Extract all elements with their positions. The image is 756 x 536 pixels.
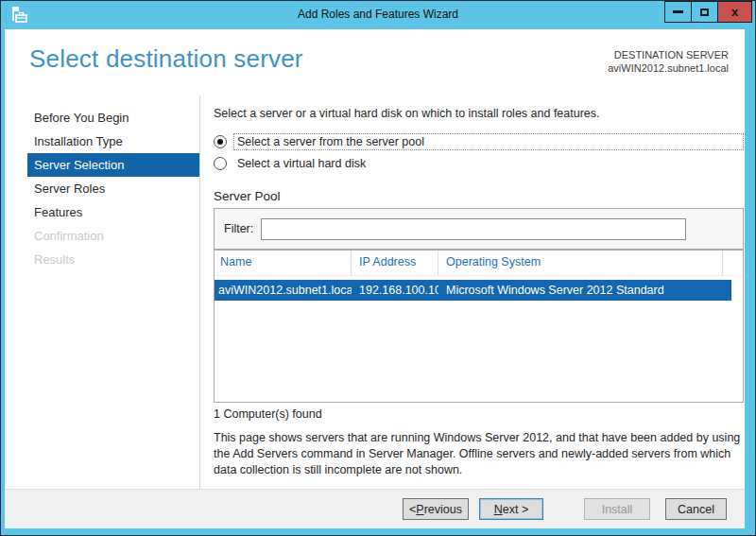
minimize-icon xyxy=(673,10,683,13)
destination-server-name: aviWIN2012.subnet1.local xyxy=(608,61,729,75)
column-header-operating-system[interactable]: Operating System xyxy=(438,251,723,275)
filter-input[interactable] xyxy=(261,218,686,240)
previous-button-accesskey: P xyxy=(416,503,423,516)
sidebar-item-server-roles[interactable]: Server Roles xyxy=(5,177,199,200)
titlebar: Add Roles and Features Wizard x xyxy=(1,1,755,29)
radio-label-server-pool[interactable]: Select a server from the server pool xyxy=(233,133,744,150)
sidebar-item-before-you-begin[interactable]: Before You Begin xyxy=(5,106,199,130)
radio-row-server-pool: Select a server from the server pool xyxy=(214,132,744,151)
sidebar-item-server-selection[interactable]: Server Selection xyxy=(27,153,199,177)
install-button-label: Install xyxy=(602,503,633,516)
close-icon: x xyxy=(731,6,738,18)
next-button-accesskey: N xyxy=(494,503,503,516)
server-name-cell: aviWIN2012.subnet1.local xyxy=(215,284,352,297)
intro-text: Select a server or a virtual hard disk o… xyxy=(214,107,744,120)
sidebar-divider xyxy=(199,95,200,489)
wizard-window: Add Roles and Features Wizard x Select d… xyxy=(0,0,756,536)
sidebar-item-confirmation: Confirmation xyxy=(5,224,199,248)
window-title: Add Roles and Features Wizard xyxy=(1,1,755,28)
filter-label: Filter: xyxy=(224,222,253,235)
main-content: Select a server or a virtual hard disk o… xyxy=(214,95,744,489)
minimize-button[interactable] xyxy=(664,1,692,23)
previous-button-pre: < xyxy=(409,503,416,516)
cancel-button-label: Cancel xyxy=(678,503,714,516)
column-header-spacer xyxy=(723,251,743,275)
cancel-button[interactable]: Cancel xyxy=(665,498,727,520)
computers-found-text: 1 Computer(s) found xyxy=(214,407,744,421)
window-controls: x xyxy=(665,1,752,23)
radio-select-virtual-hard-disk[interactable] xyxy=(214,157,227,170)
page-description: This page shows servers that are running… xyxy=(214,430,742,478)
server-os-cell: Microsoft Windows Server 2012 Standard xyxy=(438,284,731,297)
maximize-button[interactable] xyxy=(691,1,718,23)
server-pool-table: Name IP Address Operating System aviWIN2… xyxy=(214,250,744,403)
destination-server-block: DESTINATION SERVER aviWIN2012.subnet1.lo… xyxy=(608,48,729,75)
next-button-rest: ext > xyxy=(503,503,528,516)
table-header-row: Name IP Address Operating System xyxy=(215,251,743,276)
radio-label-virtual-hard-disk[interactable]: Select a virtual hard disk xyxy=(233,155,369,172)
maximize-icon xyxy=(700,9,709,16)
footer-bar: < Previous Next > Install Cancel xyxy=(5,489,745,528)
install-button: Install xyxy=(584,498,650,520)
close-button[interactable]: x xyxy=(717,1,752,23)
sidebar-item-installation-type[interactable]: Installation Type xyxy=(5,130,199,153)
destination-server-label: DESTINATION SERVER xyxy=(608,48,729,61)
sidebar-item-results: Results xyxy=(5,248,199,271)
radio-row-virtual-hard-disk: Select a virtual hard disk xyxy=(214,154,744,173)
previous-button[interactable]: < Previous xyxy=(403,498,469,520)
filter-box: Filter: xyxy=(214,208,744,250)
server-row[interactable]: aviWIN2012.subnet1.local 192.168.100.10 … xyxy=(215,280,731,301)
previous-button-rest: revious xyxy=(424,503,462,516)
wizard-steps-sidebar: Before You Begin Installation Type Serve… xyxy=(5,95,199,489)
wizard-body: Select destination server DESTINATION SE… xyxy=(5,29,745,528)
sidebar-item-features[interactable]: Features xyxy=(5,200,199,224)
column-header-ip-address[interactable]: IP Address xyxy=(352,251,438,275)
next-button[interactable]: Next > xyxy=(479,498,543,520)
server-ip-cell: 192.168.100.10 xyxy=(352,284,438,297)
page-title: Select destination server xyxy=(29,44,303,74)
radio-select-server-pool[interactable] xyxy=(214,135,227,148)
server-pool-title: Server Pool xyxy=(214,189,744,203)
column-header-name[interactable]: Name xyxy=(215,251,352,275)
